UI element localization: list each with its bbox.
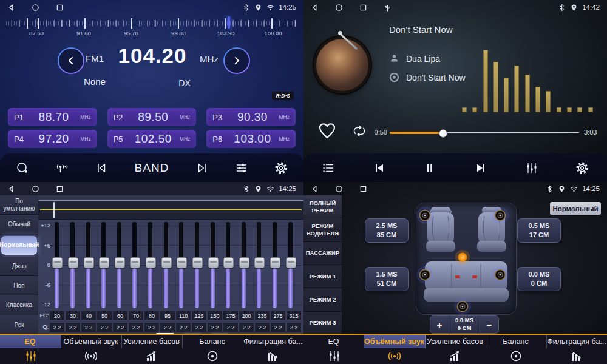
settings-icon[interactable] <box>274 161 288 175</box>
eq-band-slider[interactable] <box>286 222 295 308</box>
tab-bass-boost[interactable]: Усиление басов <box>121 335 182 364</box>
eq-band-slider[interactable] <box>223 222 232 308</box>
eq-band-slider[interactable] <box>84 222 93 308</box>
q-value[interactable]: 2.2 <box>175 322 191 332</box>
slider-knob[interactable] <box>115 257 125 268</box>
album-art[interactable] <box>314 36 371 93</box>
slider-knob[interactable] <box>192 257 203 268</box>
slider-knob[interactable] <box>223 257 234 268</box>
eq-preset-item[interactable]: Обычай <box>0 215 38 234</box>
back-icon[interactable] <box>7 185 15 193</box>
tab-bass-boost[interactable]: Усиление басов <box>425 335 486 364</box>
radio-preset-button[interactable]: P1 88.70 MHz <box>8 108 97 126</box>
slider-knob[interactable] <box>239 257 249 268</box>
tab-eq[interactable]: EQ <box>0 335 61 364</box>
tune-icon[interactable] <box>235 161 248 175</box>
eq-preset-item[interactable]: Рок <box>0 315 38 335</box>
repeat-icon[interactable] <box>352 124 367 139</box>
eq-preset-item[interactable]: Классика <box>0 295 38 315</box>
tab-filter[interactable]: Фильтрация ба... <box>243 335 304 364</box>
tuner-needle[interactable] <box>228 16 230 29</box>
listening-mode-item[interactable]: РЕЖИМ 3 <box>304 312 342 335</box>
progress-bar[interactable] <box>390 130 579 135</box>
favorite-icon[interactable] <box>318 122 336 140</box>
broadcast-icon[interactable] <box>55 161 69 175</box>
scrollbar-thumb[interactable] <box>53 202 55 218</box>
next-track-icon[interactable] <box>474 161 487 175</box>
radio-preset-button[interactable]: P4 97.20 MHz <box>8 130 97 148</box>
q-value[interactable]: 2.2 <box>270 322 286 332</box>
delay-front-right-button[interactable]: 0.5 MS 17 CM <box>517 218 561 243</box>
q-value[interactable]: 2.2 <box>191 322 207 332</box>
delay-rear-right-button[interactable]: 0.0 MS 0 CM <box>517 267 561 291</box>
radio-preset-button[interactable]: P6 103.00 MHz <box>206 130 296 148</box>
fc-value[interactable]: 30 <box>65 311 81 321</box>
q-value[interactable]: 2.2 <box>128 322 144 332</box>
delay-front-left-button[interactable]: 2.5 MS 85 CM <box>365 218 409 243</box>
back-icon[interactable] <box>311 4 319 12</box>
slider-knob[interactable] <box>286 257 296 268</box>
q-value[interactable]: 2.2 <box>160 322 175 332</box>
slider-knob[interactable] <box>161 257 172 268</box>
home-icon[interactable] <box>32 4 39 12</box>
q-value[interactable]: 2.2 <box>286 322 302 332</box>
slider-knob[interactable] <box>270 257 280 268</box>
q-value[interactable]: 2.2 <box>97 322 112 332</box>
tab-balance[interactable]: Баланс <box>486 335 546 364</box>
slider-knob[interactable] <box>130 257 140 268</box>
eq-band-slider[interactable] <box>239 222 248 308</box>
eq-preset-item[interactable]: Поп <box>0 276 38 295</box>
seek-up-button[interactable] <box>223 47 250 74</box>
q-value[interactable]: 2.2 <box>207 322 223 332</box>
fc-value[interactable]: 70 <box>128 311 144 321</box>
slider-knob[interactable] <box>146 257 156 268</box>
radio-preset-button[interactable]: P3 90.30 MHz <box>206 108 296 126</box>
pause-icon[interactable] <box>423 161 436 175</box>
slider-knob[interactable] <box>68 257 78 268</box>
q-value[interactable]: 2.2 <box>239 322 254 332</box>
eq-band-slider[interactable] <box>99 222 108 308</box>
home-icon[interactable] <box>335 185 343 193</box>
increase-delay-button[interactable]: + <box>430 316 449 333</box>
delay-rear-left-button[interactable]: 1.5 MS 51 CM <box>365 267 409 291</box>
radio-preset-button[interactable]: P5 102.50 MHz <box>107 130 197 148</box>
q-value[interactable]: 2.2 <box>112 322 128 332</box>
settings-icon[interactable] <box>575 161 589 175</box>
eq-band-slider[interactable] <box>146 222 155 308</box>
eq-band-slider[interactable] <box>52 222 61 308</box>
next-icon[interactable] <box>195 161 209 175</box>
previous-track-icon[interactable] <box>373 161 386 175</box>
slider-knob[interactable] <box>99 257 109 268</box>
radio-preset-button[interactable]: P2 89.50 MHz <box>107 108 197 126</box>
tab-eq[interactable]: EQ <box>304 335 364 364</box>
eq-band-slider[interactable] <box>177 222 186 308</box>
eq-band-slider[interactable] <box>68 222 77 308</box>
fc-value[interactable]: 125 <box>191 311 207 321</box>
fc-value[interactable]: 275 <box>270 311 286 321</box>
fc-value[interactable]: 110 <box>175 311 191 321</box>
eq-band-slider[interactable] <box>254 222 263 308</box>
decrease-delay-button[interactable]: − <box>480 316 498 333</box>
fc-value[interactable]: 150 <box>207 311 223 321</box>
q-value[interactable]: 2.2 <box>254 322 270 332</box>
home-icon[interactable] <box>32 185 39 193</box>
recents-icon[interactable] <box>359 185 367 193</box>
eq-band-slider[interactable] <box>270 222 279 308</box>
slider-knob[interactable] <box>84 257 94 268</box>
band-button[interactable]: BAND <box>135 161 169 175</box>
fc-value[interactable]: 60 <box>112 311 128 321</box>
listening-mode-item[interactable]: РЕЖИМ ВОДИТЕЛЯ <box>304 218 342 241</box>
eq-band-slider[interactable] <box>208 222 217 308</box>
dx-mode[interactable]: DX <box>172 78 197 88</box>
playlist-icon[interactable] <box>322 161 335 175</box>
q-value[interactable]: 2.2 <box>81 322 97 332</box>
q-value[interactable]: 2.2 <box>223 322 239 332</box>
fc-value[interactable]: 175 <box>223 311 239 321</box>
q-value[interactable]: 2.2 <box>65 322 81 332</box>
fc-value[interactable]: 20 <box>49 311 65 321</box>
eq-band-slider[interactable] <box>130 222 139 308</box>
fc-value[interactable]: 95 <box>160 311 175 321</box>
tab-surround[interactable]: Объёмный звук <box>61 335 121 364</box>
fc-value[interactable]: 315 <box>286 311 302 321</box>
q-value[interactable]: 2.2 <box>144 322 160 332</box>
